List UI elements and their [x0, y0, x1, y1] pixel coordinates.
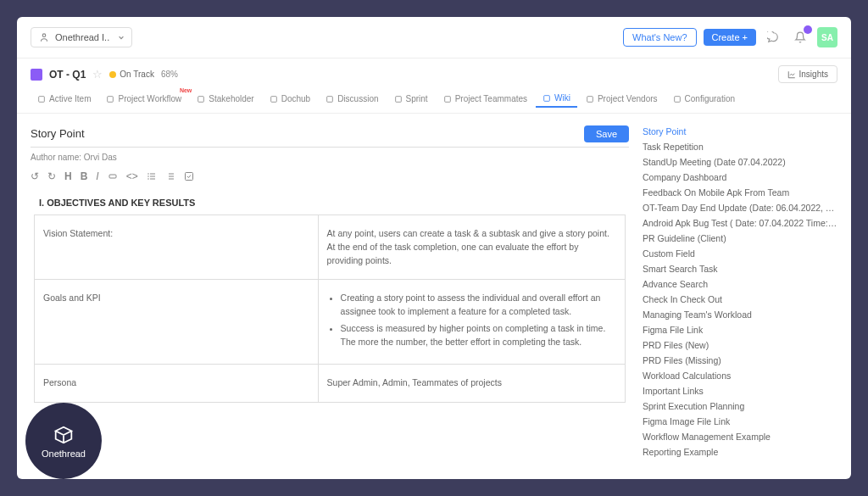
- sidebar-item[interactable]: Company Dashboard: [643, 170, 837, 185]
- folder-icon: [270, 95, 278, 103]
- table-row: Goals and KPICreating a story point to a…: [35, 280, 626, 365]
- tab-project-workflow[interactable]: Project WorkflowNew: [99, 91, 188, 107]
- top-bar: Onethread I.. What's New? Create + SA: [17, 17, 851, 59]
- sidebar-item[interactable]: Custom Field: [643, 246, 837, 261]
- gear-icon: [673, 95, 682, 103]
- sidebar-item[interactable]: Workflow Management Example: [643, 429, 837, 444]
- svg-point-12: [147, 173, 149, 175]
- row-content[interactable]: At any point, users can create a task & …: [318, 215, 625, 280]
- tab-sprint[interactable]: Sprint: [387, 91, 435, 107]
- create-button[interactable]: Create +: [704, 29, 757, 46]
- svg-rect-13: [150, 174, 155, 175]
- svg-rect-18: [169, 174, 174, 175]
- editor-content[interactable]: I. OBJECTIVES AND KEY RESULTS Vision Sta…: [31, 191, 629, 469]
- svg-rect-17: [150, 179, 155, 180]
- bullet-list-icon[interactable]: [147, 171, 157, 181]
- author-line: Author name: Orvi Das: [31, 148, 629, 167]
- svg-point-14: [147, 176, 149, 177]
- wiki-sidebar: Story PointTask RepetitionStandUp Meetin…: [643, 124, 837, 469]
- checkbox-icon[interactable]: [184, 171, 194, 181]
- svg-point-0: [42, 34, 46, 37]
- tab-label: Project Teammates: [455, 94, 527, 103]
- logo-icon: [52, 423, 75, 447]
- link-icon[interactable]: [108, 171, 118, 181]
- sidebar-item[interactable]: Story Point: [643, 124, 837, 139]
- sidebar-item[interactable]: Managing Team's Workload: [643, 307, 837, 322]
- sidebar-item[interactable]: Task Repetition: [643, 139, 837, 154]
- insights-button[interactable]: Insights: [778, 65, 837, 83]
- app-window: Onethread I.. What's New? Create + SA OT…: [17, 17, 851, 479]
- sidebar-item[interactable]: Check In Check Out: [643, 292, 837, 307]
- progress-text: 68%: [161, 70, 178, 79]
- table-row: PersonaSuper Admin, Admin, Teammates of …: [35, 365, 626, 403]
- row-content[interactable]: Creating a story point to assess the ind…: [318, 280, 625, 365]
- chat-icon[interactable]: [763, 27, 783, 47]
- tab-label: Sprint: [406, 94, 428, 103]
- sidebar-item[interactable]: StandUp Meeting (Date 07.04.2022): [643, 154, 837, 170]
- tab-configuration[interactable]: Configuration: [666, 91, 742, 107]
- svg-rect-11: [109, 175, 116, 178]
- top-bar-right: What's New? Create + SA: [623, 27, 837, 47]
- svg-rect-1: [39, 96, 45, 102]
- logo-text: Onethread: [42, 449, 86, 459]
- sidebar-item[interactable]: PRD Files (Missing): [643, 353, 837, 368]
- notification-icon[interactable]: [790, 27, 810, 47]
- project-name: OT - Q1: [49, 69, 86, 81]
- save-button[interactable]: Save: [584, 125, 629, 142]
- row-label[interactable]: Goals and KPI: [35, 280, 319, 365]
- tab-dochub[interactable]: Dochub: [263, 91, 317, 107]
- svg-rect-8: [544, 95, 550, 101]
- row-label[interactable]: Persona: [35, 365, 319, 403]
- sidebar-item[interactable]: Feedback On Mobile Apk From Team: [643, 185, 837, 200]
- tab-label: Discussion: [337, 94, 378, 103]
- svg-rect-19: [169, 176, 174, 177]
- chevron-down-icon: [118, 32, 125, 42]
- tab-project-teammates[interactable]: Project Teammates: [437, 91, 534, 107]
- sidebar-item[interactable]: Android Apk Bug Test ( Date: 07.04.2022 …: [643, 215, 837, 231]
- redo-icon[interactable]: ↻: [47, 170, 56, 182]
- insights-label: Insights: [799, 70, 828, 79]
- ordered-list-icon[interactable]: [165, 171, 175, 181]
- refresh-icon: [394, 95, 403, 103]
- sidebar-item[interactable]: Figma File Link: [643, 322, 837, 337]
- svg-rect-7: [444, 96, 450, 102]
- sidebar-item[interactable]: Important Links: [643, 383, 837, 398]
- sidebar-item[interactable]: Advance Search: [643, 276, 837, 292]
- tab-discussion[interactable]: Discussion: [319, 91, 385, 107]
- tab-active-item[interactable]: Active Item: [31, 91, 97, 107]
- sidebar-item[interactable]: Smart Search Task: [643, 261, 837, 276]
- tab-label: Dochub: [281, 94, 310, 103]
- user-avatar[interactable]: SA: [817, 27, 837, 47]
- code-icon[interactable]: <>: [126, 170, 138, 182]
- sidebar-item[interactable]: Sprint Execution Planning: [643, 398, 837, 414]
- tab-stakeholder[interactable]: Stakeholder: [190, 91, 260, 107]
- content-area: Save Author name: Orvi Das ↺ ↻ H B I <>: [17, 114, 851, 479]
- company-selector[interactable]: Onethread I..: [31, 27, 132, 47]
- svg-rect-21: [185, 173, 192, 181]
- svg-point-16: [147, 178, 149, 180]
- wiki-title-input[interactable]: [31, 124, 577, 143]
- sidebar-item[interactable]: PR Guideline (Client): [643, 231, 837, 246]
- sidebar-item[interactable]: Workload Calculations: [643, 368, 837, 383]
- svg-rect-4: [270, 96, 276, 102]
- italic-icon[interactable]: I: [96, 170, 98, 182]
- tab-project-vendors[interactable]: Project Vendors: [579, 91, 665, 107]
- undo-icon[interactable]: ↺: [31, 170, 39, 182]
- table-row: Vision Statement:At any point, users can…: [35, 215, 626, 280]
- workflow-icon: [106, 95, 114, 103]
- whats-new-button[interactable]: What's New?: [623, 28, 696, 47]
- status-badge[interactable]: On Track: [109, 70, 154, 79]
- sidebar-item[interactable]: OT-Team Day End Update (Date: 06.04.2022…: [643, 200, 837, 215]
- content-table: Vision Statement:At any point, users can…: [34, 215, 626, 403]
- star-icon[interactable]: ☆: [92, 68, 103, 81]
- row-content[interactable]: Super Admin, Admin, Teammates of project…: [318, 365, 625, 403]
- list-item: Success is measured by higher points on …: [341, 322, 616, 349]
- svg-rect-10: [674, 96, 680, 102]
- sidebar-item[interactable]: Figma Image File Link: [643, 414, 837, 429]
- heading-icon[interactable]: H: [64, 170, 72, 182]
- row-label[interactable]: Vision Statement:: [35, 215, 319, 280]
- sidebar-item[interactable]: PRD Files (New): [643, 337, 837, 353]
- bold-icon[interactable]: B: [81, 170, 88, 182]
- tab-wiki[interactable]: Wiki: [536, 90, 577, 108]
- sidebar-item[interactable]: Reporting Example: [643, 444, 837, 460]
